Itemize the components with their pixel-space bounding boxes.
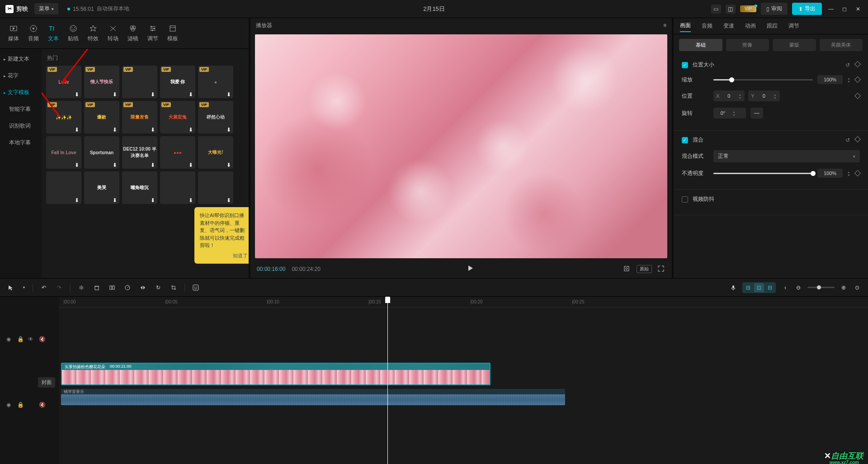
stabilize-check[interactable] [682,196,688,203]
zoom-in-icon[interactable]: ⊕ [839,283,848,292]
layout-icon-2[interactable]: ◫ [726,5,736,14]
template-item-7[interactable]: VIP限量发售⬇ [122,101,157,133]
blend-reset-icon[interactable]: ↺ [845,137,852,143]
keyframe-icon[interactable] [854,61,861,67]
subtab-beauty[interactable]: 美颜美体 [820,39,863,51]
position-keyframe[interactable] [854,93,861,99]
scale-down[interactable]: ▼ [847,80,851,83]
track-lock-icon[interactable]: 🔒 [17,336,24,342]
magnet-1[interactable]: ⊟ [743,283,753,292]
sidebar-lyric[interactable]: 识别歌词 [0,118,42,134]
project-title[interactable]: 2月15日 [423,5,445,13]
crop-icon[interactable] [623,265,631,273]
minimize-icon[interactable]: — [826,5,835,14]
blend-keyframe[interactable] [854,136,861,142]
smart-tool[interactable] [191,283,200,292]
select-tool[interactable] [6,283,15,292]
ratio-button[interactable]: 原始 [637,265,652,273]
tab-audio[interactable]: 音频 [702,20,712,32]
delete-tool[interactable] [92,283,101,292]
sidebar-text-template[interactable]: ▸文字模板 [0,84,42,101]
crop-tool[interactable] [169,283,178,292]
cover-label[interactable]: 封面 [38,377,55,388]
blend-check[interactable]: ✓ [682,137,688,143]
tab-track[interactable]: 跟踪 [767,20,778,32]
template-item-5[interactable]: VIP✨✨✨⬇ [46,101,81,133]
fullscreen-icon[interactable] [657,265,665,273]
template-item-0[interactable]: VIPLove⬇ [46,66,81,98]
select-dropdown[interactable]: ▾ [22,283,26,292]
scale-slider[interactable] [713,79,813,80]
maximize-icon[interactable]: ◻ [840,5,849,14]
sidebar-huazi[interactable]: ▸花字 [0,67,42,84]
rotate-tool[interactable]: ↻ [154,283,163,292]
export-button[interactable]: ⬆ 导出 [792,3,822,15]
nav-adjust[interactable]: 调节 [143,20,163,46]
player-menu-icon[interactable]: ≡ [663,22,666,28]
opacity-keyframe[interactable] [854,170,861,176]
opacity-value[interactable]: 100% [817,169,843,178]
template-item-2[interactable]: VIP⬇ [122,66,157,98]
scale-keyframe[interactable] [854,76,861,83]
template-item-10[interactable]: Fall In Love⬇ [46,136,81,169]
mic-icon[interactable] [729,283,738,292]
ruler[interactable]: |00:00|00:05|00:10|00:15|00:20|00:25 [59,297,868,308]
template-item-3[interactable]: VIP我爱 你⬇ [160,66,195,98]
tab-speed[interactable]: 变速 [723,20,734,32]
tab-adjust[interactable]: 调节 [788,20,799,32]
zoom-out-icon[interactable]: ⊖ [794,283,803,292]
nav-effect[interactable]: 特效 [83,20,103,46]
subtab-mask2[interactable]: 蒙版 [773,39,816,51]
rotation-reset[interactable]: — [750,108,763,118]
template-item-14[interactable]: 大曝光!⬇ [198,136,233,169]
tab-picture[interactable]: 画面 [680,20,691,32]
opacity-down[interactable]: ▼ [847,174,851,176]
y-input[interactable]: Y0▲▼ [748,90,779,101]
nav-audio[interactable]: 音频 [24,20,43,46]
undo-tool[interactable]: ↶ [39,283,48,292]
blend-mode-select[interactable]: 正常▾ [713,150,860,162]
reset-icon[interactable]: ↺ [845,62,852,68]
template-item-4[interactable]: VIP●⬇ [198,66,233,98]
nav-filter[interactable]: 滤镜 [123,20,143,46]
audio-mute-icon[interactable]: 🔇 [39,402,45,408]
nav-media[interactable]: 媒体 [4,20,24,46]
speed-tool[interactable] [123,283,132,292]
close-icon[interactable]: ✕ [854,5,863,14]
align-tool[interactable]: ⫞ [780,283,789,292]
layout-icon-1[interactable]: ▭ [711,5,721,14]
magnet-2[interactable]: ⊡ [754,283,764,292]
template-item-11[interactable]: Sportsman⬇ [84,136,119,169]
zoom-slider[interactable] [807,287,835,288]
template-item-6[interactable]: VIP爆款⬇ [84,101,119,133]
template-item-13[interactable]: ●●●⬇ [160,136,195,169]
track-toggle-icon[interactable]: ◉ [6,336,13,342]
vip-badge[interactable]: VIP [740,5,756,12]
playhead[interactable] [387,297,388,464]
audio-lock-icon[interactable]: 🔒 [17,402,24,408]
x-input[interactable]: X0▲▼ [713,90,745,101]
audio-toggle-icon[interactable]: ◉ [6,402,13,408]
template-item-17[interactable]: 嘴角暗沉⬇ [122,171,157,204]
sidebar-smart-caption[interactable]: 智能字幕 [0,101,42,118]
player-viewport[interactable] [255,34,667,258]
template-item-18[interactable]: ⬇ [160,171,195,204]
rotation-input[interactable]: 0°▲▼ [713,108,746,118]
nav-template[interactable]: 模板 [163,20,183,46]
nav-sticker[interactable]: 贴纸 [63,20,83,46]
sidebar-new-text[interactable]: ▸新建文本 [0,51,42,67]
mirror-tool[interactable] [138,283,147,292]
opacity-up[interactable]: ▲ [847,170,851,173]
tooltip-ok-button[interactable]: 知道了 [200,252,248,260]
cut-left-tool[interactable] [108,283,117,292]
subtab-mask[interactable]: 抠像 [726,39,769,51]
sidebar-local-caption[interactable]: 本地字幕 [0,134,42,151]
magnet-3[interactable]: ⊟ [765,283,775,292]
nav-transition[interactable]: 转场 [103,20,123,46]
play-button[interactable] [467,265,476,274]
template-item-8[interactable]: VIP大展宏兔⬇ [160,101,195,133]
track-eye-icon[interactable]: 👁 [28,336,34,342]
scale-value[interactable]: 100% [817,75,843,84]
opacity-slider[interactable] [713,173,813,174]
menu-button[interactable]: 菜单▾ [34,3,58,14]
